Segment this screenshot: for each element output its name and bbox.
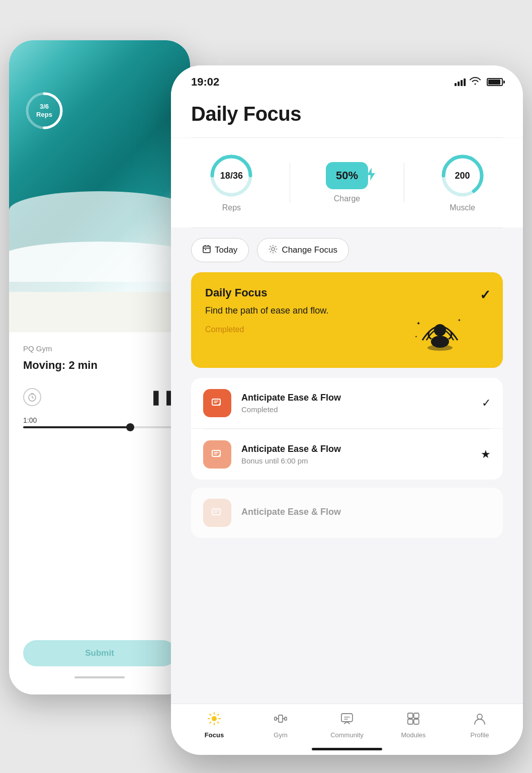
list-item-subtitle-2: Bonus until 6:00 pm [241, 456, 471, 465]
svg-rect-7 [203, 246, 210, 253]
list-item-icon-partial [203, 499, 231, 527]
list-item-check-1: ✓ [482, 397, 491, 410]
list-item-star-2: ★ [481, 448, 491, 461]
calendar-icon [203, 245, 211, 255]
charge-badge: 50% [326, 162, 368, 189]
front-phone: 19:02 [171, 65, 523, 755]
community-nav-label: Community [330, 731, 364, 739]
charge-bolt-icon [367, 168, 375, 184]
status-bar: 19:02 [171, 65, 523, 93]
signal-bar-1 [455, 83, 457, 86]
svg-rect-8 [205, 249, 206, 250]
modules-nav-label: Modules [401, 731, 425, 739]
slider-fill [23, 426, 130, 428]
muscle-label: Muscle [450, 203, 475, 212]
svg-point-9 [272, 248, 275, 251]
nav-item-community[interactable]: Community [314, 712, 380, 739]
reps-value: 18/36 [209, 153, 254, 198]
svg-point-19 [212, 716, 217, 721]
muscle-value: 200 [440, 153, 485, 198]
ocean-background: 3/6 Reps [9, 40, 190, 332]
stat-reps: 18/36 Reps [209, 153, 254, 212]
home-bar-back [74, 676, 125, 678]
status-icons [455, 77, 503, 88]
nav-item-modules[interactable]: Modules [380, 712, 447, 739]
slider-track [23, 426, 176, 428]
stats-section: 18/36 Reps 50% [171, 138, 523, 227]
nav-item-profile[interactable]: Profile [447, 712, 513, 739]
nav-item-focus[interactable]: Focus [181, 712, 247, 739]
today-filter-button[interactable]: Today [191, 238, 249, 262]
page-header: Daily Focus [171, 93, 523, 137]
gym-label: PQ Gym [23, 344, 176, 353]
reps-circle: 18/36 [209, 153, 254, 198]
slider-thumb[interactable] [126, 423, 134, 431]
charge-value: 50% [336, 169, 358, 182]
timer-icon [23, 388, 41, 406]
list-item-2[interactable]: Anticipate Ease & Flow Bonus until 6:00 … [191, 429, 503, 480]
svg-point-15 [427, 345, 453, 351]
community-nav-icon [340, 712, 353, 728]
page-title: Daily Focus [191, 103, 503, 125]
nav-item-gym[interactable]: Gym [247, 712, 314, 739]
submit-button[interactable]: Submit [23, 640, 176, 666]
list-section: Anticipate Ease & Flow Completed ✓ [191, 378, 503, 480]
battery-icon [487, 78, 503, 86]
list-item-content-2: Anticipate Ease & Flow Bonus until 6:00 … [241, 444, 471, 465]
signal-bar-4 [464, 79, 466, 86]
svg-text:✦: ✦ [416, 321, 420, 326]
stat-divider-1 [290, 163, 290, 203]
playback-controls: ❚❚ [23, 388, 176, 406]
gym-nav-label: Gym [274, 731, 287, 739]
list-item-content-1: Anticipate Ease & Flow Completed [241, 393, 472, 414]
list-item-content-partial: Anticipate Ease & Flow [241, 507, 491, 519]
bottom-nav: Focus Gym [171, 704, 523, 743]
back-bottom-section: PQ Gym Moving: 2 min ❚❚ 1:00 [9, 332, 190, 694]
focus-card-title: Daily Focus [205, 286, 489, 299]
focus-nav-icon [208, 712, 221, 728]
svg-rect-22 [279, 715, 283, 722]
list-item-icon-1 [203, 389, 231, 417]
stat-muscle: 200 Muscle [440, 153, 485, 212]
today-label: Today [215, 245, 237, 255]
svg-rect-27 [414, 719, 419, 724]
list-item-partial: Anticipate Ease & Flow [191, 488, 503, 538]
signal-bars-icon [455, 79, 466, 86]
focus-card[interactable]: Daily Focus Find the path of ease and fl… [191, 272, 503, 368]
focus-card-description: Find the path of ease and flow. [205, 304, 336, 317]
modules-nav-icon [407, 712, 420, 728]
list-item-title-partial: Anticipate Ease & Flow [241, 507, 491, 517]
svg-text:✦: ✦ [458, 318, 461, 323]
stat-divider-2 [404, 163, 404, 203]
list-item-title-1: Anticipate Ease & Flow [241, 393, 472, 403]
time-label: 1:00 [23, 416, 176, 424]
svg-rect-26 [408, 719, 413, 724]
profile-nav-label: Profile [471, 731, 489, 739]
activity-title: Moving: 2 min [23, 359, 176, 372]
focus-nav-label: Focus [205, 731, 224, 739]
battery-fill [488, 80, 500, 85]
change-focus-button[interactable]: Change Focus [257, 238, 349, 262]
svg-rect-24 [408, 713, 413, 718]
list-item-subtitle-1: Completed [241, 405, 472, 414]
list-item-1[interactable]: Anticipate Ease & Flow Completed ✓ [191, 378, 503, 429]
back-phone: 3/6 Reps PQ Gym Moving: 2 min ❚❚ [9, 40, 190, 694]
reps-fraction: 3/6 [40, 103, 49, 111]
svg-rect-23 [341, 714, 352, 722]
reps-circle-back: 3/6 Reps [24, 91, 64, 131]
wifi-icon [470, 77, 481, 88]
focus-card-check-icon: ✓ [480, 287, 491, 303]
list-item-title-2: Anticipate Ease & Flow [241, 444, 471, 454]
svg-point-13 [434, 324, 446, 336]
time-slider[interactable]: 1:00 [23, 416, 176, 428]
reps-label: Reps [222, 203, 241, 212]
profile-nav-icon [473, 712, 486, 728]
svg-point-28 [477, 714, 482, 719]
main-content[interactable]: 18/36 Reps 50% [171, 137, 523, 704]
gym-nav-icon [274, 712, 287, 728]
stat-charge: 50% Charge [326, 162, 368, 203]
svg-rect-18 [212, 509, 220, 515]
home-indicator [171, 743, 523, 755]
change-focus-label: Change Focus [282, 245, 337, 255]
list-item-partial-container: Anticipate Ease & Flow [191, 488, 503, 538]
